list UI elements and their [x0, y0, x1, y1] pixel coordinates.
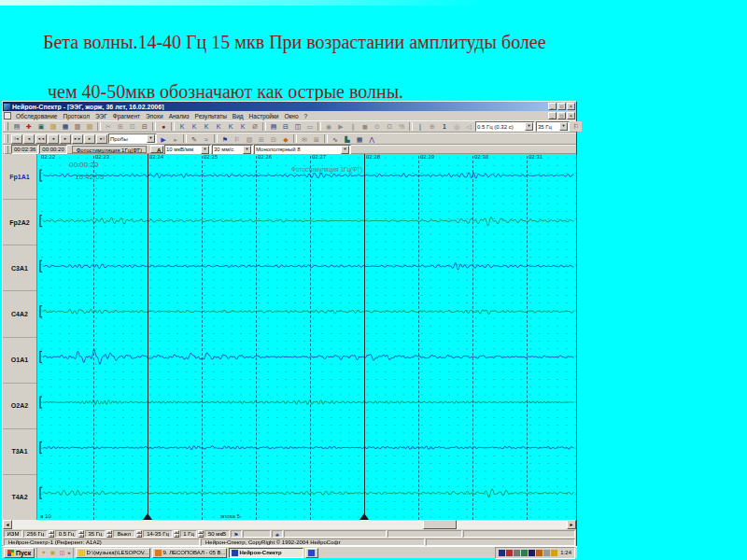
spinner-control[interactable]: ▴▾ — [136, 530, 142, 538]
database-icon[interactable]: ▥ — [72, 121, 83, 132]
menu-item-5[interactable]: Анализ — [166, 113, 192, 119]
tray-icon-3[interactable] — [514, 550, 520, 556]
tray-icon-8[interactable] — [551, 550, 557, 556]
window-titlebar[interactable]: Нейрон-Спектр - [ЭЭГ, жорж, 36 лет, 16.0… — [3, 102, 576, 111]
tray-icon-2[interactable] — [506, 550, 513, 556]
split-horizontal-icon[interactable]: ⊟ — [280, 121, 291, 132]
mdi-restore-button[interactable]: □ — [557, 112, 566, 119]
spinner-control[interactable]: ▴▾ — [198, 530, 204, 538]
eeg-plot[interactable]: 00:00:20 16:42:05 Фотостимуляция 1Гц(ФТ)… — [37, 154, 576, 520]
toolbar-grip[interactable] — [4, 122, 8, 131]
channel-label-o1a1[interactable]: O1A1 — [3, 338, 36, 384]
quick-launch-icon-1[interactable]: ✦ — [39, 549, 48, 557]
spinner-down-icon[interactable]: ▾ — [136, 534, 142, 538]
channel-label-c3a1[interactable]: C3A1 — [3, 245, 36, 291]
chevron-down-icon[interactable]: ▼ — [525, 122, 533, 131]
montage-5-icon[interactable]: K — [225, 121, 236, 132]
spinner-control[interactable]: ▴▾ — [49, 530, 54, 538]
chevron-down-icon[interactable]: ▼ — [243, 146, 251, 154]
chevron-down-icon[interactable]: ▼ — [341, 146, 349, 154]
probe-combobox[interactable]: Пробы ▼ — [108, 133, 157, 144]
save-icon[interactable]: ▦ — [60, 121, 71, 132]
chevron-down-icon[interactable]: ▼ — [147, 134, 155, 143]
channel-label-c4a2[interactable]: C4A2 — [3, 291, 36, 337]
mail-icon[interactable]: ✉ — [299, 134, 310, 144]
taskbar-clock[interactable]: 1:24 — [558, 550, 571, 555]
trend-icon[interactable]: ⋀ — [366, 134, 377, 144]
tray-icon-4[interactable] — [521, 550, 528, 556]
quick-launch-folder-icon[interactable]: ▣ — [49, 549, 57, 557]
spinner-down-icon[interactable]: ▾ — [78, 534, 84, 538]
epoch-table-icon[interactable]: ▤ — [268, 121, 279, 132]
menu-item-6[interactable]: Результаты — [192, 113, 230, 119]
spinner-down-icon[interactable]: ▾ — [174, 534, 179, 538]
play-forward-button[interactable]: ► — [60, 134, 71, 144]
channel-label-t4a2[interactable]: T4A2 — [3, 475, 36, 520]
toolbar-grip[interactable] — [4, 134, 8, 143]
page-one-icon[interactable]: 1 — [439, 121, 450, 132]
speed-combobox[interactable]: 30 мм/с ▼ — [212, 145, 253, 155]
menu-item-4[interactable]: Эпохи — [143, 113, 166, 119]
go-start-button[interactable]: I◄ — [11, 134, 22, 144]
montage-4-icon[interactable]: K — [213, 121, 224, 132]
chevron-down-icon[interactable]: ▼ — [559, 122, 568, 131]
taskbar-item-misc[interactable] — [305, 548, 318, 558]
scrollbar-thumb[interactable] — [423, 520, 457, 529]
spinner-down-icon[interactable]: ▾ — [49, 534, 54, 538]
amplitude-button[interactable]: A — [150, 146, 163, 153]
montage-2-icon[interactable]: K — [189, 121, 200, 132]
tray-icon-7[interactable] — [543, 550, 550, 556]
photostimulation-button[interactable]: Фотостимуляция 1Гц(ФТ) — [72, 146, 147, 153]
menu-item-8[interactable]: Настройки — [247, 113, 282, 119]
menu-item-3[interactable]: Фрагмент — [110, 113, 143, 119]
new-exam-icon[interactable]: ✚ — [23, 121, 35, 132]
bookmark-list-icon[interactable]: ⚐ — [232, 134, 243, 144]
taskbar-item-folder[interactable]: D:\(музыка)\LESOPOV... — [76, 548, 150, 558]
montage-1-icon[interactable]: K — [176, 121, 188, 132]
tray-icon-5[interactable] — [529, 550, 535, 556]
channel-label-o2a2[interactable]: O2A2 — [3, 384, 36, 429]
quick-launch-overflow-icon[interactable]: » — [67, 550, 70, 555]
taskbar-item-media[interactable]: 9. ЛЕСОПОВАЛ - 05 В... — [152, 548, 227, 558]
spinner-control[interactable]: ▴▾ — [174, 530, 179, 538]
horizontal-scrollbar[interactable]: ◄ ► — [3, 520, 576, 529]
step-back-button[interactable]: ◄◄ — [35, 134, 47, 144]
histogram-icon[interactable]: ▙ — [342, 134, 353, 144]
channel-label-fp2a2[interactable]: Fp2A2 — [3, 200, 36, 245]
play-fragment-icon[interactable]: ▶ — [158, 134, 169, 144]
scrollbar-track[interactable] — [12, 520, 567, 529]
wave-marker-icon[interactable]: ≈ — [201, 134, 212, 144]
epoch-marker-triangle[interactable] — [143, 513, 152, 520]
epoch-marker-triangle[interactable] — [359, 513, 369, 520]
mdi-close-button[interactable]: × — [567, 112, 575, 119]
menu-item-1[interactable]: Протокол — [60, 113, 92, 119]
step-forward-button[interactable]: ►► — [72, 134, 83, 144]
import-icon[interactable]: ▧ — [84, 121, 95, 132]
bookmark-icon[interactable]: ⚑ — [219, 134, 231, 144]
go-end-button[interactable]: ►I — [96, 134, 107, 144]
menu-item-10[interactable]: ? — [302, 113, 311, 119]
spinner-down-icon[interactable]: ▾ — [106, 534, 112, 538]
hpf-combobox[interactable]: 0.5 Гц (0.32 с) ▼ — [475, 121, 535, 132]
montage-6-icon[interactable]: K — [237, 121, 248, 132]
montage-3-icon[interactable]: K — [201, 121, 212, 132]
channel-label-t3a1[interactable]: T3A1 — [3, 429, 36, 475]
start-button[interactable]: Пуск — [4, 548, 35, 558]
mdi-minimize-button[interactable]: _ — [548, 112, 557, 119]
taskbar-item-neuron-spectr[interactable]: Нейрон-Спектр — [229, 548, 303, 558]
cursor-icon[interactable]: | — [415, 121, 426, 132]
patient-card-icon[interactable]: ▣ — [35, 121, 47, 132]
split-vertical-icon[interactable]: ◫ — [292, 121, 303, 132]
menu-item-9[interactable]: Окно — [281, 113, 301, 119]
scroll-left-icon[interactable]: ◄ — [3, 520, 12, 529]
eeg-canvas[interactable] — [37, 154, 576, 520]
exam-list-icon[interactable]: ▤ — [11, 121, 22, 132]
probe-flag-icon[interactable]: ⚐ — [571, 121, 582, 132]
menu-item-7[interactable]: Вид — [230, 113, 247, 119]
menu-item-2[interactable]: ЭЭГ — [92, 113, 110, 119]
open-exam-icon[interactable]: ▨ — [48, 121, 59, 132]
menu-item-0[interactable]: Обследование — [13, 113, 60, 119]
toolbar-grip[interactable] — [4, 146, 8, 154]
quick-launch-icon-3[interactable]: ◫ — [58, 549, 66, 557]
montage-off-icon[interactable]: Ø — [249, 121, 261, 132]
